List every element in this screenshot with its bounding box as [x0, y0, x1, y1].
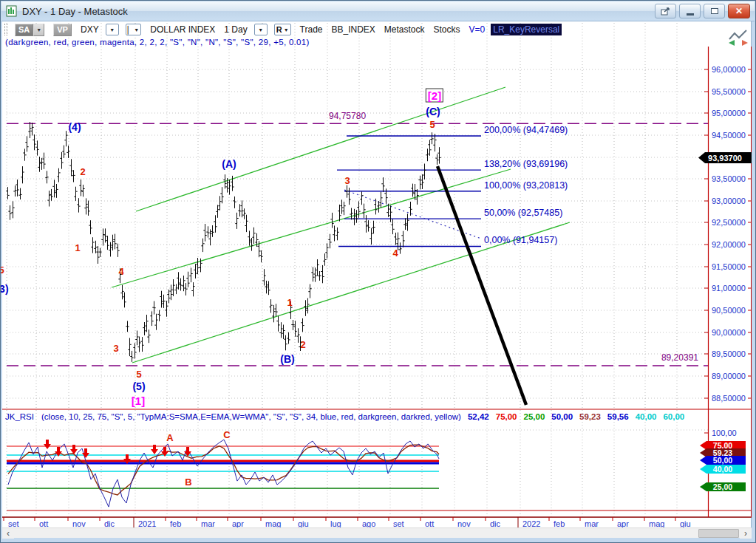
- rsi-values: 52,4275,0025,0050,0059,2359,5640,0060,00: [461, 412, 684, 421]
- wave-label: 5: [0, 264, 4, 276]
- wave-label: (B): [280, 353, 294, 365]
- wave-label: 3: [113, 343, 118, 354]
- h-scrollbar[interactable]: ‹ ›: [2, 527, 752, 538]
- rsi-param-row: JK_RSI (close, 10, 25, 75, "S", 5, "TypM…: [5, 412, 684, 421]
- rsi-value: 60,00: [663, 412, 684, 421]
- sell-arrow-icon: [44, 440, 51, 449]
- v-indicator[interactable]: V=0: [469, 24, 486, 35]
- fib-level-label: 50,00% (92,57485): [484, 208, 562, 218]
- price-axis-label: 93,00000: [712, 197, 746, 205]
- app-window: DXY - 1 Day - Metastock ✕ SA ▼ VP DXY ▼ …: [0, 0, 756, 543]
- last-price-badge: 93,93700: [698, 152, 752, 163]
- interval-dropdown[interactable]: ▏▼: [126, 24, 142, 35]
- symbol-label[interactable]: DXY: [81, 24, 99, 35]
- indicator-params: (darkgreen, red, green, magenta, 2, 2, 2…: [5, 38, 310, 47]
- rsi-axis-label: 100,00: [712, 428, 737, 437]
- sell-arrow-icon: [82, 448, 89, 458]
- toolbar: SA ▼ VP DXY ▼ ▏▼ DOLLAR INDEX 1 Day ▼ R▼…: [2, 21, 752, 38]
- scroll-right-button[interactable]: ›: [740, 528, 752, 539]
- price-level-label: 94,75780: [329, 111, 366, 121]
- projection-trendline: [437, 166, 526, 405]
- close-icon: ✕: [735, 7, 743, 16]
- wave-label: (C): [426, 106, 440, 117]
- toolbar-grip[interactable]: [4, 24, 7, 35]
- scroll-left-button[interactable]: ‹: [2, 528, 14, 539]
- price-axis-label: 90,50000: [712, 306, 746, 315]
- minimize-button[interactable]: [679, 4, 701, 18]
- rsi-label: JK_RSI: [5, 412, 34, 421]
- titlebar[interactable]: DXY - 1 Day - Metastock ✕: [1, 1, 755, 21]
- menu-item-stocks[interactable]: Stocks: [434, 24, 460, 35]
- selected-indicator-label[interactable]: LR_KeyReversal: [491, 24, 562, 35]
- rsi-level-badge: 40,00: [700, 465, 746, 474]
- wave-label: 3: [344, 175, 350, 186]
- menu-item-trade[interactable]: Trade: [300, 24, 323, 35]
- wave-label: 5: [429, 119, 435, 130]
- rsi-value: 25,00: [524, 412, 545, 421]
- rsi-wave-letter: B: [185, 477, 191, 488]
- wave-label: (5): [132, 380, 145, 392]
- period-dropdown[interactable]: ▼: [254, 24, 268, 35]
- rsi-value: 50,00: [551, 412, 573, 421]
- maximize-icon: [711, 8, 718, 14]
- fib-level-label: 100,00% (93,20813): [484, 180, 568, 191]
- price-axis-label: 95,50000: [712, 87, 746, 96]
- arrow-right-icon: [742, 40, 748, 46]
- wave-label: 1: [287, 297, 292, 308]
- menu-item-bb-index[interactable]: BB_INDEX: [331, 24, 375, 35]
- chevron-down-icon: ▼: [134, 27, 139, 33]
- price-axis-label: 88,50000: [712, 394, 746, 403]
- price-axis-label: 92,00000: [712, 240, 746, 249]
- rsi-wave-letter: C: [223, 429, 230, 440]
- price-axis-label: 91,50000: [712, 262, 746, 271]
- rsi-level-badge: 50,00: [700, 456, 746, 465]
- maximize-button[interactable]: [704, 4, 725, 18]
- app-icon: [6, 5, 18, 17]
- chart-canvas: [1, 1, 756, 543]
- price-axis-label: 92,50000: [712, 218, 746, 227]
- rsi-params: (close, 10, 25, 75, "S", 5, "TypMA:S=SMA…: [41, 412, 461, 421]
- wave-label: [2]: [426, 89, 443, 103]
- rsi-value: 40,00: [636, 412, 657, 421]
- scrollbar-thumb[interactable]: [698, 529, 739, 538]
- price-axis-label: 96,00000: [712, 65, 746, 74]
- wave-label: (3): [0, 283, 9, 295]
- rsi-value: 59,23: [579, 412, 601, 421]
- price-axis-label: 94,50000: [712, 131, 746, 140]
- price-axis-label: 90,00000: [712, 328, 746, 337]
- wave-label: 2: [80, 166, 85, 177]
- price-axis-label: 91,00000: [712, 284, 746, 293]
- rsi-level-badge: 25,00: [700, 482, 746, 491]
- sa-dropdown-button[interactable]: ▼: [33, 24, 44, 36]
- vp-button[interactable]: VP: [53, 24, 72, 36]
- fib-level-label: 0,00% (91,94157): [484, 235, 557, 245]
- wave-label: 4: [392, 247, 398, 259]
- wave-label: (A): [222, 158, 236, 170]
- chevron-down-icon: ▼: [284, 27, 289, 33]
- price-axis-label: 89,50000: [712, 349, 746, 358]
- wave-label: (4): [68, 121, 81, 133]
- price-axis-label: 95,00000: [712, 109, 746, 117]
- wave-label: 5: [136, 369, 141, 380]
- float-window-icon: [661, 7, 670, 16]
- wave-label: 1: [75, 242, 80, 253]
- r-dropdown[interactable]: R▼: [274, 24, 291, 35]
- float-window-button[interactable]: [655, 4, 676, 18]
- symbol-dropdown[interactable]: ▼: [106, 24, 119, 35]
- period-label[interactable]: 1 Day: [224, 24, 247, 35]
- rsi-value: 52,42: [468, 412, 489, 421]
- split-icon: ▏: [128, 26, 134, 34]
- wave-label: 2: [300, 339, 305, 350]
- arrow-left-icon: [729, 40, 735, 46]
- wave-label: [1]: [132, 395, 145, 407]
- price-axis-label: 93,50000: [712, 174, 746, 183]
- fib-level-label: 138,20% (93,69196): [484, 159, 568, 169]
- security-name-label[interactable]: DOLLAR INDEX: [150, 24, 215, 35]
- sa-button[interactable]: SA: [15, 24, 33, 36]
- rsi-wave-letter: A: [166, 432, 173, 443]
- close-button[interactable]: ✕: [728, 4, 750, 18]
- rsi-value: 59,56: [607, 412, 629, 421]
- rsi-value: 75,00: [496, 412, 517, 421]
- price-level-label: 89,20391: [654, 352, 698, 363]
- menu-item-metastock[interactable]: Metastock: [384, 24, 425, 35]
